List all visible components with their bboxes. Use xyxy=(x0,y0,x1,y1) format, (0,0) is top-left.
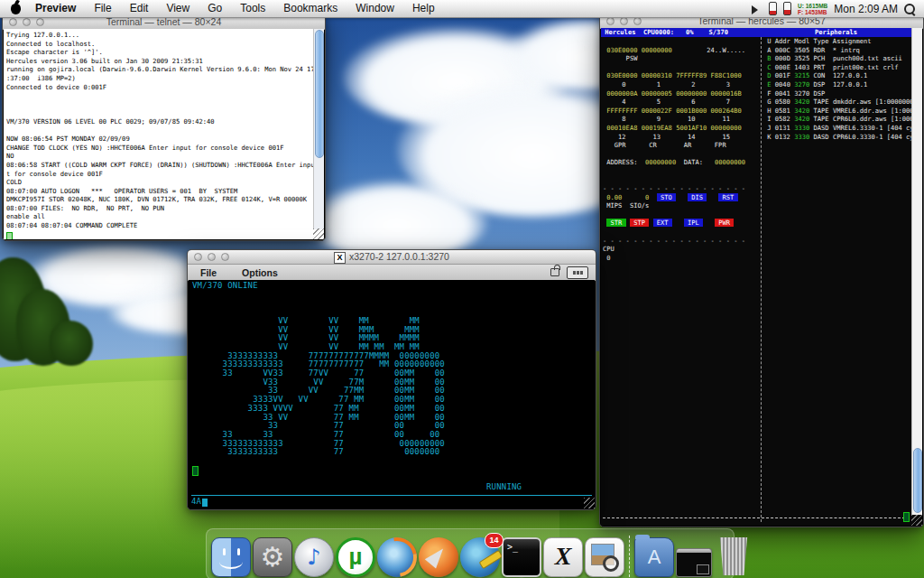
resize-grip[interactable] xyxy=(313,228,324,239)
x11-icon: X xyxy=(543,537,583,577)
hercules-registers-column: 030E0000 00000000 24..W..... PSW 030E000… xyxy=(603,37,760,262)
unlock-icon xyxy=(550,268,559,276)
dock-item-news-globe[interactable]: 14 xyxy=(460,537,500,577)
x3270-menu-options[interactable]: Options xyxy=(229,267,291,278)
dock-item-terminal[interactable]: >_ xyxy=(502,537,541,577)
scrollbar[interactable] xyxy=(911,28,922,515)
memory-free-label: F: 1453MB xyxy=(798,9,827,15)
x3270-cursor xyxy=(192,466,199,476)
dock-item-preview[interactable] xyxy=(585,537,624,577)
dock-item-finder[interactable] xyxy=(211,537,251,577)
firefox-icon xyxy=(377,537,417,577)
x3270-titlebar[interactable]: Xx3270-2 127.0.0.1:3270 xyxy=(188,250,596,265)
dock-item-x11[interactable]: X xyxy=(543,537,583,577)
music-note-icon: ♪ xyxy=(294,537,334,577)
telnet-terminal-window: Terminal — telnet — 80×24 Trying 127.0.0… xyxy=(2,14,326,241)
dock-item-applications-folder[interactable]: A xyxy=(634,537,674,577)
column-divider xyxy=(761,37,762,522)
minimized-terminal-thumbnail xyxy=(676,548,712,577)
scrollbar-thumb[interactable] xyxy=(913,448,922,513)
menu-clock[interactable]: Mon 2:09 AM xyxy=(834,3,898,15)
dock-item-system-preferences[interactable]: ⚙ xyxy=(253,537,292,577)
hercules-terminal-window: Terminal — hercules — 80×57 Hercules CPU… xyxy=(599,13,924,527)
resize-grip[interactable] xyxy=(911,515,922,526)
menu-bookmarks[interactable]: Bookmarks xyxy=(274,0,346,17)
window-title: Xx3270-2 127.0.0.1:3270 xyxy=(188,251,596,264)
menu-bar: Preview File Edit View Go Tools Bookmark… xyxy=(0,0,924,18)
dock-separator xyxy=(629,536,630,577)
menu-view[interactable]: View xyxy=(157,0,199,17)
keypad-icon[interactable] xyxy=(567,266,588,279)
dock-item-firefox[interactable] xyxy=(377,537,417,577)
memory-meter[interactable]: U: 1615MB F: 1453MB xyxy=(798,3,827,15)
menu-help[interactable]: Help xyxy=(403,0,444,17)
x3270-status-running: RUNNING xyxy=(486,483,522,492)
menu-window[interactable]: Window xyxy=(346,0,403,17)
peripherals-header: Peripherals xyxy=(760,28,912,37)
dock-item-trash[interactable] xyxy=(717,537,757,577)
hercules-cpu-status: Hercules CPU0000: 0% S/370 xyxy=(601,28,760,37)
x3270-screen-text: VM/370 ONLINE VV VV MM MM VV VV MMM MMM … xyxy=(189,280,595,457)
meter-gauge-2[interactable] xyxy=(783,2,791,15)
trash-icon xyxy=(717,537,750,575)
hercules-peripherals-column: U Addr Modl Type Assignment A 000C 3505 … xyxy=(763,37,911,141)
dock-item-itunes[interactable]: ♪ xyxy=(294,537,334,577)
bottom-separator xyxy=(603,517,910,518)
fox-rocket-icon xyxy=(419,537,458,577)
telnet-terminal-content[interactable]: Trying 127.0.0.1... Connected to localho… xyxy=(4,29,324,239)
oia-separator xyxy=(191,495,592,496)
notification-badge: 14 xyxy=(485,533,504,548)
applications-folder-icon: A xyxy=(634,537,674,577)
menu-edit[interactable]: Edit xyxy=(121,0,158,17)
x3270-screen[interactable]: VM/370 ONLINE VV VV MM MM VV VV MMM MMM … xyxy=(189,280,595,508)
dock-item-camino[interactable] xyxy=(419,537,458,577)
telnet-output: Trying 127.0.0.1... Connected to localho… xyxy=(6,31,324,230)
scrollbar[interactable] xyxy=(313,29,324,229)
menu-tools[interactable]: Tools xyxy=(231,0,274,17)
menu-go[interactable]: Go xyxy=(199,0,231,17)
dock-item-minimized-window[interactable] xyxy=(676,537,716,577)
resize-grip[interactable] xyxy=(584,498,595,508)
bush xyxy=(50,321,93,366)
gear-icon: ⚙ xyxy=(253,537,292,577)
x3270-menu-bar: File Options xyxy=(188,265,596,281)
x3270-window: Xx3270-2 127.0.0.1:3270 File Options VM/… xyxy=(187,249,596,510)
memory-used-label: U: 1615MB xyxy=(798,3,827,9)
hercules-panel[interactable]: Hercules CPU0000: 0% S/370 Peripherals 0… xyxy=(601,28,922,526)
oia-flags: 4A xyxy=(191,498,201,507)
volume-icon[interactable] xyxy=(752,5,762,14)
oia-block xyxy=(202,499,208,507)
finder-icon xyxy=(211,537,251,577)
x3270-menu-file[interactable]: File xyxy=(188,267,229,278)
terminal-cursor xyxy=(6,232,13,239)
spotlight-icon[interactable] xyxy=(904,4,915,14)
hercules-header-bar: Hercules CPU0000: 0% S/370 Peripherals xyxy=(601,28,912,37)
terminal-icon: >_ xyxy=(502,537,541,577)
utorrent-icon: µ xyxy=(336,537,375,577)
preview-icon xyxy=(585,537,624,577)
dock-item-utorrent[interactable]: µ xyxy=(336,537,375,577)
oia-status-line: 4A xyxy=(191,498,208,507)
x3270-app-icon: X xyxy=(334,252,346,264)
active-app-menu[interactable]: Preview xyxy=(26,0,85,17)
scrollbar-thumb[interactable] xyxy=(315,30,324,158)
dock: ⚙ ♪ µ 14 >_ X A xyxy=(206,528,735,578)
meter-gauge-1[interactable] xyxy=(769,2,777,15)
hercules-cursor xyxy=(903,512,910,522)
apple-menu-icon[interactable] xyxy=(11,4,21,14)
menu-file[interactable]: File xyxy=(85,0,120,17)
